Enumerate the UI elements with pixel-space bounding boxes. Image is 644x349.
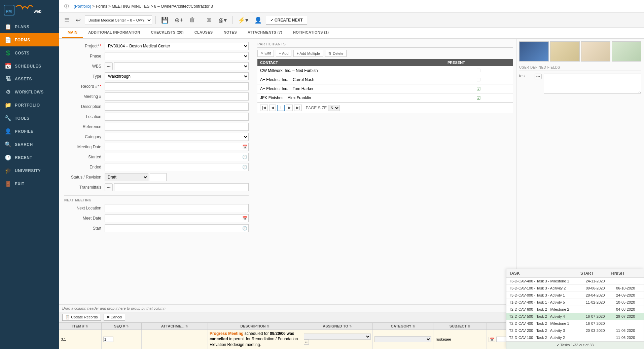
started-input[interactable] xyxy=(105,153,249,161)
category-cell[interactable] xyxy=(373,329,433,349)
last-page-btn[interactable]: ▶| xyxy=(294,105,302,111)
assigned-dotbtn[interactable]: •• xyxy=(304,340,309,345)
thumbnail-4[interactable] xyxy=(612,41,641,62)
delete-button[interactable]: 🗑 xyxy=(187,15,198,25)
present-cell[interactable]: ☐ xyxy=(445,75,513,84)
sidebar-item-tools[interactable]: 🔧 Tools xyxy=(0,112,59,125)
sidebar-item-recent[interactable]: 🕐 Recent xyxy=(0,151,59,164)
tab-notes[interactable]: Notes xyxy=(218,28,242,38)
tab-notifications[interactable]: Notifications (1) xyxy=(288,28,334,38)
category-col-header: CATEGORY ⇅ xyxy=(373,322,433,329)
task-finish-cell: 04-08-2020 xyxy=(613,306,644,313)
ended-input[interactable] xyxy=(105,163,249,171)
wbs-dotbtn[interactable]: ••• xyxy=(105,62,113,70)
update-records-btn[interactable]: 📋 Update Records xyxy=(62,314,101,321)
add-multiple-participants-btn[interactable]: + Add Multiple xyxy=(293,50,323,57)
lightning-button[interactable]: ⚡▾ xyxy=(236,15,250,25)
tools-icon: 🔧 xyxy=(5,115,11,121)
type-select[interactable]: Walkthrough xyxy=(105,72,249,80)
tab-checklists[interactable]: Checklists (20) xyxy=(145,28,189,38)
present-cell[interactable]: ☐ xyxy=(445,66,513,75)
status-select[interactable]: Draft xyxy=(105,173,148,181)
seq-cell[interactable] xyxy=(101,329,141,349)
cancel-records-btn[interactable]: ✖ Cancel xyxy=(104,314,125,321)
project-select-field[interactable]: RV30104 – Boston Medical Center xyxy=(105,42,249,50)
thumbnail-3[interactable] xyxy=(581,41,611,62)
transmittals-input[interactable]: 2 xyxy=(114,183,249,191)
page-number[interactable]: 1 xyxy=(277,105,285,111)
present-cell[interactable]: ☑ xyxy=(445,84,513,93)
udf-dotbtn[interactable]: ••• xyxy=(535,74,542,79)
seq-input[interactable] xyxy=(103,337,113,342)
next-page-btn[interactable]: ▶ xyxy=(286,105,293,111)
description-input[interactable]: Owner/Architect/Contractor 3 xyxy=(105,103,249,111)
sidebar-item-portfolio[interactable]: 📁 Portfolio xyxy=(0,99,59,112)
sidebar-item-assets[interactable]: 🏗 Assets xyxy=(0,73,59,85)
transmittals-dotbtn[interactable]: ••• xyxy=(105,183,113,191)
project-select[interactable]: Boston Medical Center – 8 – Owner/A... xyxy=(85,15,152,25)
meeting-date-input[interactable] xyxy=(105,143,249,151)
page-size-select[interactable]: 5 xyxy=(328,105,340,111)
record-input[interactable]: A0001 xyxy=(105,82,249,90)
assigned-select[interactable] xyxy=(304,334,371,340)
tab-clauses[interactable]: Clauses xyxy=(189,28,218,38)
meeting-input[interactable]: 8 xyxy=(105,92,249,101)
add-button[interactable]: ⊕+ xyxy=(173,15,185,25)
task-name-cell: T2-D-CAV-400 - Task 2 - Milestone 1 xyxy=(506,320,583,327)
sidebar-item-profile[interactable]: 👤 Profile xyxy=(0,125,59,138)
category-select[interactable] xyxy=(105,133,249,141)
sidebar-item-exit[interactable]: 🚪 Exit xyxy=(0,177,59,190)
undo-button[interactable]: ↩ xyxy=(74,15,83,25)
sidebar-item-schedules[interactable]: 📅 Schedules xyxy=(0,60,59,73)
create-next-button[interactable]: ✓ CREATE NEXT xyxy=(266,16,307,25)
sidebar-item-forms[interactable]: 📄 Forms xyxy=(0,33,59,46)
tab-additional[interactable]: Additional Information xyxy=(83,28,145,38)
add-participant-btn[interactable]: + Add xyxy=(276,50,291,57)
table-row: A+ Electric, Inc. – Carrol Nash ☐ xyxy=(257,75,513,84)
desc-orange: Progress Meeting xyxy=(210,331,244,336)
first-page-btn[interactable]: |◀ xyxy=(260,105,268,111)
meeting-row: Meeting # 8 xyxy=(64,92,249,101)
due-calendar-btn[interactable]: 📅 xyxy=(489,337,495,342)
delete-participant-btn[interactable]: 🗑 Delete xyxy=(325,50,347,57)
logo: PM web xyxy=(0,0,59,20)
sidebar-item-university[interactable]: 🎓 University xyxy=(0,164,59,177)
participants-toolbar: ✎ Edit + Add + Add Multiple 🗑 Delete xyxy=(257,50,513,57)
phase-select[interactable] xyxy=(105,52,249,60)
email-button[interactable]: ✉ xyxy=(205,15,214,25)
tab-attachments[interactable]: Attachments (7) xyxy=(242,28,288,38)
print-button[interactable]: 🖨▾ xyxy=(216,15,229,25)
thumbnail-1[interactable] xyxy=(519,41,549,62)
edit-participants-btn[interactable]: ✎ Edit xyxy=(257,50,274,57)
reference-input[interactable] xyxy=(105,123,249,131)
start-clock-icon: 🕐 xyxy=(242,226,247,231)
location-input[interactable]: Main Office xyxy=(105,113,249,121)
status-num-input[interactable]: 0 xyxy=(150,173,167,181)
tasks-body[interactable]: T3-D-CAV-400 - Task 3 - Milestone 1 24-1… xyxy=(506,278,644,341)
category-grid-select[interactable] xyxy=(374,336,431,342)
tab-main[interactable]: Main xyxy=(62,28,83,38)
toolbar: ☰ ↩ Boston Medical Center – 8 – Owner/A.… xyxy=(59,13,644,28)
next-location-input[interactable] xyxy=(105,204,249,212)
contact-col-header: CONTACT xyxy=(257,59,445,66)
description-label: Description xyxy=(64,104,105,109)
meet-date-input[interactable] xyxy=(105,214,249,222)
prev-page-btn[interactable]: ◀ xyxy=(269,105,276,111)
wbs-select[interactable] xyxy=(114,62,249,70)
save-button[interactable]: 💾 xyxy=(159,15,171,25)
present-cell[interactable]: ☑ xyxy=(445,93,513,103)
sidebar-item-plans[interactable]: 📋 Plans xyxy=(0,20,59,33)
record-label: Record #* xyxy=(64,84,105,89)
sidebar-item-costs[interactable]: 💲 Costs xyxy=(0,46,59,60)
start-input[interactable] xyxy=(105,224,249,232)
breadcrumb-portfolio-link[interactable]: (Portfolio) xyxy=(74,4,91,9)
user-button[interactable]: 👤 xyxy=(252,15,264,25)
udf-textarea[interactable] xyxy=(544,74,641,94)
menu-button[interactable]: ☰ xyxy=(62,15,72,25)
sidebar-item-workflows[interactable]: ⚙ Workflows xyxy=(0,85,59,99)
breadcrumb: (Portfolio) > Forms > MEETING MINUTES > … xyxy=(74,4,641,9)
sidebar-item-search[interactable]: 🔍 Search xyxy=(0,138,59,151)
assigned-cell[interactable]: •• xyxy=(302,329,372,349)
thumbnail-2[interactable] xyxy=(550,41,580,62)
info-button[interactable]: ⓘ xyxy=(62,2,71,11)
